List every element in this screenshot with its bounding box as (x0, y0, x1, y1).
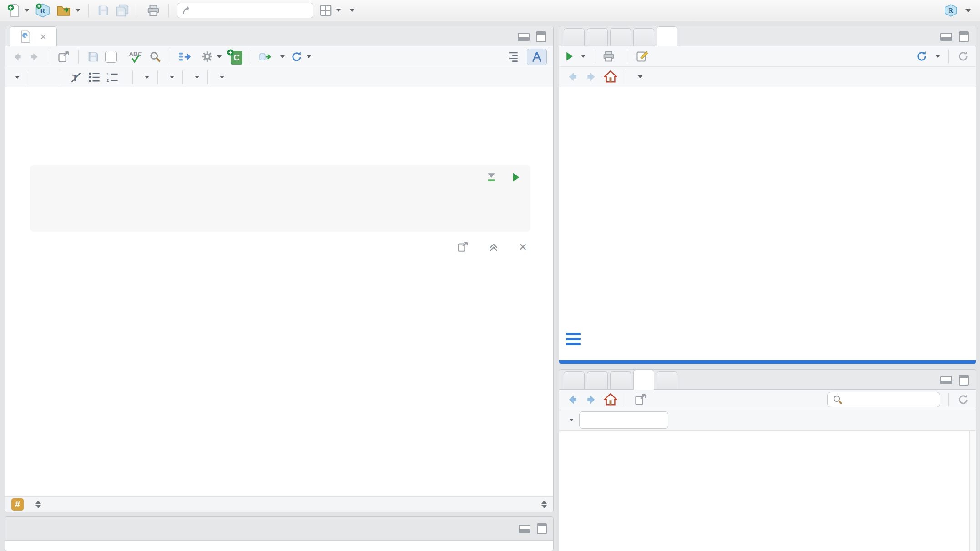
slide-home-icon[interactable] (604, 70, 617, 84)
tab-mpg-qmd[interactable]: × (10, 26, 57, 46)
output-popout-icon[interactable] (457, 241, 469, 253)
run-button[interactable] (259, 51, 285, 62)
output-close-icon[interactable]: × (519, 240, 527, 254)
format-menu-caret-icon (145, 76, 149, 79)
paragraph-style-caret-icon (15, 76, 20, 79)
tab-files[interactable] (564, 371, 585, 389)
open-file-button[interactable] (56, 4, 80, 17)
clear-formatting-icon[interactable]: TT (70, 71, 82, 84)
publish-button[interactable] (915, 50, 940, 63)
editor-toolbar: ABC C (5, 46, 553, 67)
slide-selector[interactable] (634, 75, 642, 78)
console-maximize-icon[interactable] (537, 523, 547, 534)
edit-presentation-button[interactable] (636, 50, 652, 63)
save-button[interactable] (97, 4, 110, 17)
tab-presentation[interactable] (657, 26, 677, 46)
bullet-list-icon[interactable] (88, 71, 101, 83)
render-options-button[interactable] (201, 50, 222, 63)
minimize-pane-icon[interactable] (518, 33, 530, 41)
output-collapse-icon[interactable] (488, 241, 500, 253)
env-tabstrip (559, 26, 976, 46)
save-all-icon (115, 4, 130, 17)
slide-selector-caret-icon (638, 75, 642, 78)
document-editor[interactable]: × (5, 87, 553, 496)
slide-forward-icon[interactable] (585, 70, 598, 84)
run-chunks-above-icon[interactable] (486, 172, 497, 183)
edit-icon (636, 50, 648, 63)
visual-editor-toggle[interactable] (527, 49, 547, 65)
help-back-icon[interactable] (566, 393, 579, 406)
main-toolbar: R R (0, 0, 980, 21)
help-minimize-icon[interactable] (940, 376, 952, 384)
render-button[interactable] (178, 51, 196, 63)
reference-menu[interactable] (191, 76, 199, 79)
help-search-input[interactable] (847, 393, 935, 406)
tab-plots[interactable] (587, 371, 608, 389)
env-minimize-icon[interactable] (940, 33, 952, 41)
insert-menu[interactable] (166, 76, 174, 79)
tab-viewer[interactable] (657, 371, 677, 389)
run-chunk-icon[interactable] (511, 172, 520, 183)
paragraph-style-menu[interactable] (11, 76, 20, 79)
print-button[interactable] (146, 4, 160, 17)
help-forward-icon[interactable] (585, 393, 598, 406)
new-project-icon: R (35, 2, 51, 19)
popout-icon[interactable] (57, 50, 70, 63)
print-presentation-button[interactable] (602, 50, 619, 63)
console-pane (5, 516, 554, 551)
doctype-updown-icon[interactable] (541, 501, 547, 508)
addins-menu[interactable] (346, 9, 354, 12)
format-menu[interactable] (141, 76, 149, 79)
help-search-box[interactable] (827, 392, 940, 407)
new-file-button[interactable] (7, 3, 29, 18)
tab-close-icon[interactable]: × (40, 31, 46, 42)
goto-file-search[interactable] (177, 3, 313, 18)
help-topic-selector[interactable] (566, 419, 574, 421)
save-all-button[interactable] (115, 4, 130, 17)
search-icon[interactable] (149, 50, 162, 63)
goto-file-input[interactable] (197, 4, 308, 17)
maximize-pane-icon[interactable] (536, 31, 546, 42)
help-popout-icon[interactable] (634, 393, 647, 406)
table-menu[interactable] (216, 76, 224, 79)
outline-updown-icon[interactable] (35, 501, 41, 508)
save-icon[interactable] (87, 50, 100, 63)
help-maximize-icon[interactable] (959, 375, 969, 386)
help-refresh-icon[interactable] (957, 393, 970, 406)
help-home-icon[interactable] (604, 393, 617, 406)
insert-menu-caret-icon (170, 76, 174, 79)
numbered-list-icon[interactable]: 12 (106, 71, 119, 83)
tab-history[interactable] (587, 28, 608, 46)
project-menu[interactable]: R (944, 3, 971, 18)
tab-tutorial[interactable] (633, 28, 654, 46)
env-maximize-icon[interactable] (959, 31, 969, 42)
quarto-doc-icon (20, 30, 31, 43)
console-minimize-icon[interactable] (519, 525, 530, 533)
insert-chunk-button[interactable]: C (227, 49, 242, 65)
refresh-presentation-icon[interactable] (957, 50, 970, 63)
run-icon (259, 51, 273, 62)
tab-environment[interactable] (564, 28, 585, 46)
slide-back-icon[interactable] (566, 70, 579, 84)
slide-menu-icon[interactable] (566, 333, 581, 345)
help-topic-caret-icon (569, 419, 574, 421)
r-code-chunk[interactable] (30, 165, 530, 232)
tab-packages[interactable] (610, 371, 631, 389)
format-toolbar: TT 12 (5, 67, 553, 87)
spellcheck-icon[interactable]: ABC (128, 50, 143, 64)
tab-help[interactable] (633, 370, 654, 390)
find-in-topic-input[interactable] (579, 411, 668, 429)
source-editor-pane: × ABC (5, 26, 554, 512)
help-scrollbar[interactable] (969, 431, 976, 551)
present-button[interactable] (566, 51, 586, 62)
outline-icon[interactable] (505, 51, 519, 63)
new-file-caret-icon (25, 9, 29, 12)
tab-connections[interactable] (610, 28, 631, 46)
help-pane (559, 369, 976, 551)
pane-layout-button[interactable] (319, 4, 341, 17)
forward-icon[interactable] (29, 51, 40, 63)
rerun-button[interactable] (290, 50, 311, 63)
render-on-save-checkbox[interactable] (105, 51, 117, 63)
rerun-caret-icon (307, 55, 311, 58)
new-project-button[interactable]: R (35, 2, 51, 19)
